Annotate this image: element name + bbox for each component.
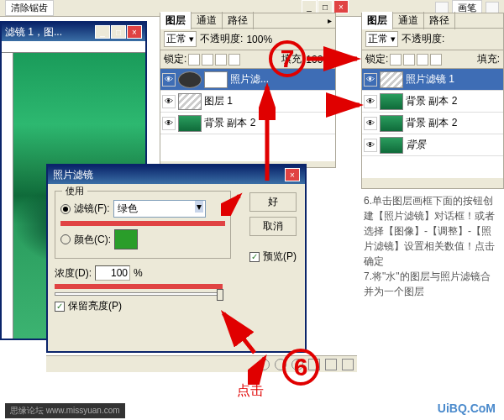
vertical-ruler [2, 53, 13, 339]
layer-name[interactable]: 背景 [406, 138, 426, 152]
layer-thumb[interactable] [380, 137, 403, 154]
mask-icon[interactable] [275, 359, 286, 370]
tab-paths[interactable]: 路径 [223, 12, 254, 29]
visibility-icon[interactable]: 👁 [162, 117, 176, 130]
credit-text: 思缘论坛 www.missyuan.com [5, 403, 125, 418]
lock-trans-icon[interactable] [188, 54, 200, 66]
panel-menu-icon[interactable]: ▸ [324, 16, 335, 25]
visibility-icon[interactable]: 👁 [364, 117, 377, 130]
visibility-icon[interactable]: 👁 [162, 95, 176, 108]
lock-trans-icon[interactable] [390, 54, 402, 66]
horizontal-ruler [2, 41, 145, 53]
palette-window-controls: _ □ × [301, 0, 349, 13]
layer-mask-thumb[interactable] [204, 71, 228, 88]
adjustment-layer-icon[interactable] [291, 359, 303, 370]
preview-checkbox[interactable] [249, 252, 260, 262]
layer-name[interactable]: 照片滤... [230, 72, 269, 87]
dialog-close-button[interactable]: × [285, 168, 300, 181]
ok-button[interactable]: 好 [249, 192, 297, 212]
close-button[interactable]: × [333, 0, 349, 13]
visibility-icon[interactable]: 👁 [364, 95, 377, 108]
layer-name[interactable]: 图层 1 [204, 94, 233, 108]
slider-thumb[interactable] [217, 289, 223, 301]
minimize-button[interactable]: _ [302, 0, 317, 13]
opacity-value[interactable]: 100% [246, 34, 272, 45]
tab-paths[interactable]: 路径 [424, 12, 455, 29]
layer-list: 👁 照片滤... 👁 图层 1 👁 背景 副本 2 [160, 69, 335, 161]
blend-mode-select[interactable]: 正常 ▾ [365, 31, 398, 47]
keep-luminosity-label: 保留亮度(P) [68, 299, 122, 313]
annotation-underline [55, 284, 223, 289]
maximize-button[interactable]: □ [318, 0, 333, 13]
visibility-icon[interactable]: 👁 [364, 139, 377, 152]
annotation-underline [60, 221, 225, 226]
color-radio[interactable] [60, 234, 71, 244]
visibility-icon[interactable]: 👁 [162, 73, 176, 87]
color-swatch[interactable] [114, 229, 138, 249]
layer-row[interactable]: 👁 背景 副本 2 [160, 113, 335, 134]
layer-row[interactable]: 👁 照片滤镜 1 [362, 69, 503, 91]
filter-label: 滤镜(F): [74, 202, 110, 216]
layer-row[interactable]: 👁 背景 [362, 134, 503, 156]
blend-mode-select[interactable]: 正常 ▾ [164, 31, 197, 47]
minimize-button[interactable]: _ [95, 25, 110, 39]
color-label: 颜色(C): [74, 233, 111, 247]
tab-channels[interactable]: 通道 [192, 12, 223, 29]
keep-luminosity-checkbox[interactable] [55, 302, 65, 312]
layer-panel-footer [46, 355, 357, 372]
cancel-button[interactable]: 取消 [249, 217, 297, 236]
lock-paint-icon[interactable] [403, 54, 415, 66]
adjustment-icon[interactable] [178, 71, 202, 88]
window-title: 滤镜 1，图... [5, 25, 94, 39]
layer-thumb[interactable] [380, 71, 403, 88]
lock-all-icon[interactable] [228, 54, 240, 66]
layer-name[interactable]: 照片滤镜 1 [406, 72, 454, 87]
layer-row[interactable]: 👁 背景 副本 2 [362, 91, 503, 113]
lock-move-icon[interactable] [417, 54, 428, 66]
layer-thumb[interactable] [178, 93, 202, 110]
photo-filter-dialog: 照片滤镜 × 好 取消 预览(P) 使用 滤镜(F): 绿色 颜色(C): [46, 164, 307, 353]
fx-icon[interactable] [258, 359, 270, 370]
lock-paint-icon[interactable] [202, 54, 213, 66]
dialog-titlebar[interactable]: 照片滤镜 × [48, 165, 305, 184]
dialog-title: 照片滤镜 [53, 168, 284, 182]
new-layer-icon[interactable] [325, 359, 337, 370]
density-slider[interactable] [55, 292, 223, 296]
visibility-icon[interactable]: 👁 [364, 73, 377, 87]
layer-row[interactable]: 👁 照片滤... [160, 69, 335, 91]
filter-radio[interactable] [60, 204, 71, 214]
lock-move-icon[interactable] [215, 54, 227, 66]
panel-tabs: 图层 通道 路径 [362, 13, 503, 29]
close-button[interactable]: × [127, 25, 142, 39]
tab-channels[interactable]: 通道 [393, 12, 424, 29]
layer-list: 👁 照片滤镜 1 👁 背景 副本 2 👁 背景 副本 2 👁 背景 [362, 69, 503, 178]
fill-value[interactable]: 100% [306, 54, 332, 66]
window-titlebar[interactable]: 滤镜 1，图... _ □ × [2, 23, 145, 41]
instruction-text: 6.单击图层画框下面的按钮创建【照片滤镜】对话框！或者选择【图像】-【调整】-【… [364, 193, 498, 299]
fill-label: 填充: [477, 52, 500, 66]
tab-layers[interactable]: 图层 [362, 12, 393, 29]
density-input[interactable]: 100 [95, 265, 130, 281]
trash-icon[interactable] [342, 359, 354, 370]
lock-label: 锁定: [365, 52, 388, 66]
layer-row[interactable]: 👁 背景 副本 2 [362, 113, 503, 134]
maximize-button[interactable]: □ [111, 25, 126, 39]
layer-thumb[interactable] [380, 115, 403, 132]
annotation-click-text: 点击 [237, 382, 264, 400]
layer-thumb[interactable] [380, 93, 403, 110]
density-label: 浓度(D): [55, 266, 92, 281]
lock-label: 锁定: [164, 52, 186, 66]
use-group-label: 使用 [62, 185, 87, 197]
folder-icon[interactable] [308, 359, 320, 370]
tab-layers[interactable]: 图层 [160, 12, 192, 29]
percent-label: % [134, 267, 143, 279]
layer-thumb[interactable] [178, 115, 202, 132]
layer-name[interactable]: 背景 副本 2 [406, 94, 457, 108]
lock-all-icon[interactable] [430, 54, 442, 66]
layers-panel-2: 图层 通道 路径 正常 ▾ 不透明度: 锁定: 填充: 👁 照片滤镜 1 👁 背… [361, 13, 504, 189]
layer-row[interactable]: 👁 图层 1 [160, 91, 335, 113]
layer-name[interactable]: 背景 副本 2 [204, 116, 255, 130]
filter-select[interactable]: 绿色 [113, 200, 206, 218]
layer-name[interactable]: 背景 副本 2 [406, 116, 457, 130]
clear-aliasing-button[interactable]: 清除锯齿 [5, 0, 54, 16]
